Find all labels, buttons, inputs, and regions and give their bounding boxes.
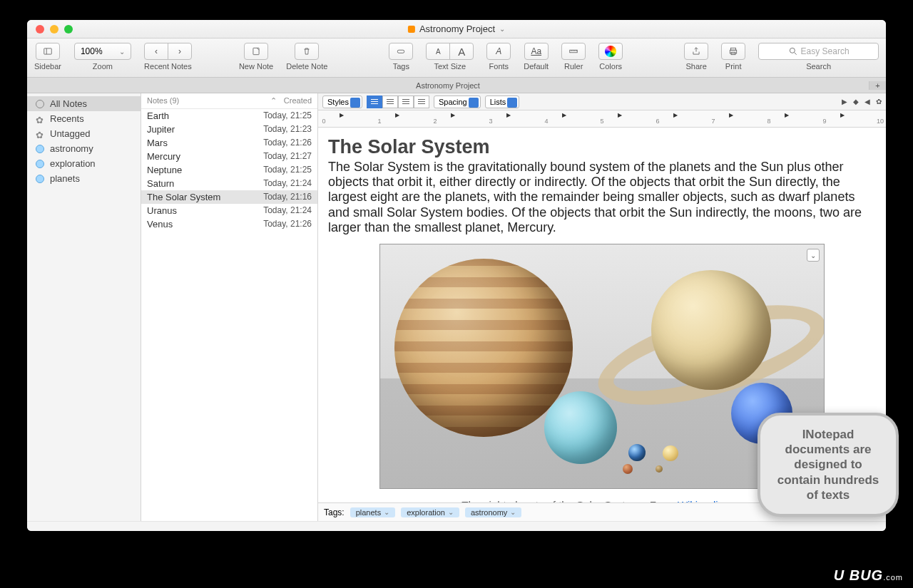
note-list: Notes (9) ⌃ Created EarthToday, 21:25Jup…: [141, 93, 318, 521]
nav-gear-icon[interactable]: ✿: [876, 98, 882, 105]
note-row[interactable]: VenusToday, 21:26: [141, 217, 317, 231]
notes-column-header[interactable]: Notes (9): [147, 96, 270, 105]
gear-icon: ✿: [36, 130, 44, 138]
nav-back-icon[interactable]: ◀: [864, 98, 870, 105]
sidebar-label: Sidebar: [34, 62, 61, 71]
note-row[interactable]: The Solar SystemToday, 21:16: [141, 190, 317, 204]
tab-astronomy[interactable]: Astronomy Project: [27, 81, 869, 90]
fonts-label: Fonts: [489, 62, 509, 71]
ruler-number: 1: [377, 118, 381, 125]
note-date: Today, 21:25: [263, 165, 312, 175]
note-row[interactable]: NeptuneToday, 21:25: [141, 163, 317, 177]
sidebar-item-untagged[interactable]: ✿Untagged: [27, 126, 141, 141]
lists-select[interactable]: Lists: [485, 96, 520, 108]
share-label: Share: [685, 62, 706, 71]
minimize-icon[interactable]: [50, 25, 58, 33]
tag-dot-icon: [36, 175, 44, 183]
default-label: Default: [524, 62, 549, 71]
alignment-buttons: [367, 96, 429, 108]
nav-diamond-icon[interactable]: ◆: [853, 98, 859, 105]
ruler-number: 8: [767, 118, 770, 125]
saturn-icon: [651, 270, 771, 390]
window-title: Astronomy Project ⌄: [408, 24, 505, 34]
tag-chip[interactable]: exploration ⌄: [401, 507, 459, 517]
sidebar-item-label: exploration: [50, 158, 96, 169]
align-center-button[interactable]: [382, 96, 398, 108]
tags-label: Tags: [393, 62, 409, 71]
note-row[interactable]: UranusToday, 21:24: [141, 204, 317, 217]
note-date: Today, 21:25: [263, 110, 312, 121]
sidebar-toggle-button[interactable]: [36, 43, 60, 60]
ruler[interactable]: 0▶1▶2▶3▶4▶5▶6▶7▶8▶9▶10: [318, 110, 886, 128]
note-name: Uranus: [147, 205, 263, 216]
text-smaller-button[interactable]: A: [426, 43, 450, 60]
note-row[interactable]: MercuryToday, 21:27: [141, 150, 317, 163]
tag-chip[interactable]: astronomy ⌄: [465, 507, 521, 517]
sidebar-item-recents[interactable]: ✿Recents: [27, 111, 141, 126]
note-name: Earth: [147, 110, 263, 121]
new-note-label: New Note: [239, 62, 273, 71]
colors-label: Colors: [599, 62, 622, 71]
back-button[interactable]: ‹: [144, 43, 168, 60]
align-left-button[interactable]: [367, 96, 382, 108]
note-name: Neptune: [147, 165, 263, 175]
ruler-button[interactable]: [561, 43, 586, 60]
note-date: Today, 21:26: [263, 219, 312, 229]
ruler-label: Ruler: [564, 62, 583, 71]
tag-chip[interactable]: planets ⌄: [350, 507, 395, 517]
ruler-tab-icon: ▶: [618, 112, 622, 118]
sidebar-item-astronomy[interactable]: astronomy: [27, 141, 141, 156]
all-notes-icon: [36, 100, 44, 108]
note-row[interactable]: EarthToday, 21:25: [141, 109, 317, 123]
default-button[interactable]: Aa: [524, 43, 549, 60]
delete-note-button[interactable]: [295, 43, 319, 60]
image-handle-icon[interactable]: ⌄: [807, 249, 820, 262]
created-column-header[interactable]: Created: [284, 96, 312, 105]
ruler-number: 2: [433, 118, 437, 125]
sidebar-item-all-notes[interactable]: All Notes: [27, 96, 141, 111]
align-justify-button[interactable]: [414, 96, 429, 108]
note-row[interactable]: JupiterToday, 21:23: [141, 123, 317, 136]
tags-button[interactable]: [389, 43, 413, 60]
note-row[interactable]: SaturnToday, 21:24: [141, 177, 317, 190]
text-larger-button[interactable]: A: [449, 43, 474, 60]
fullscreen-icon[interactable]: [64, 25, 73, 33]
color-wheel-icon: [605, 46, 616, 57]
note-list-header[interactable]: Notes (9) ⌃ Created: [141, 93, 317, 109]
ruler-tab-icon: ▶: [673, 112, 678, 118]
sidebar-item-planets[interactable]: planets: [27, 171, 141, 186]
fonts-button[interactable]: A: [486, 43, 511, 60]
titlebar: Astronomy Project ⌄: [27, 20, 886, 38]
note-row[interactable]: MarsToday, 21:26: [141, 136, 317, 150]
new-note-button[interactable]: [244, 43, 268, 60]
ruler-tab-icon: ▶: [506, 112, 511, 118]
ruler-number: 9: [822, 118, 826, 125]
forward-button[interactable]: ›: [168, 43, 192, 60]
sidebar-item-exploration[interactable]: exploration: [27, 156, 141, 171]
tab-bar: Astronomy Project +: [27, 78, 886, 93]
note-date: Today, 21:23: [263, 124, 312, 135]
zoom-select[interactable]: 100%⌄: [74, 43, 131, 60]
share-button[interactable]: [684, 43, 708, 60]
styles-select[interactable]: Styles: [322, 96, 362, 108]
note-name: Venus: [147, 219, 263, 229]
close-icon[interactable]: [36, 25, 44, 33]
svg-rect-0: [44, 48, 52, 54]
bottom-bar: [27, 521, 886, 531]
nav-play-icon[interactable]: ▶: [842, 98, 847, 105]
ruler-number: 5: [600, 118, 603, 125]
search-input[interactable]: Easy Search: [758, 43, 879, 60]
note-name: Mercury: [147, 151, 263, 162]
colors-button[interactable]: [598, 43, 623, 60]
svg-rect-3: [398, 50, 404, 53]
uranus-icon: [544, 391, 617, 464]
venus-icon: [663, 445, 678, 461]
spacing-select[interactable]: Spacing: [434, 96, 481, 108]
ruler-number: 4: [544, 118, 548, 125]
chevron-down-icon[interactable]: ⌄: [499, 25, 505, 33]
new-tab-button[interactable]: +: [869, 81, 886, 90]
ruler-tab-icon: ▶: [395, 112, 399, 118]
align-right-button[interactable]: [398, 96, 414, 108]
print-button[interactable]: [721, 43, 745, 60]
doc-heading: The Solar System: [328, 136, 876, 158]
